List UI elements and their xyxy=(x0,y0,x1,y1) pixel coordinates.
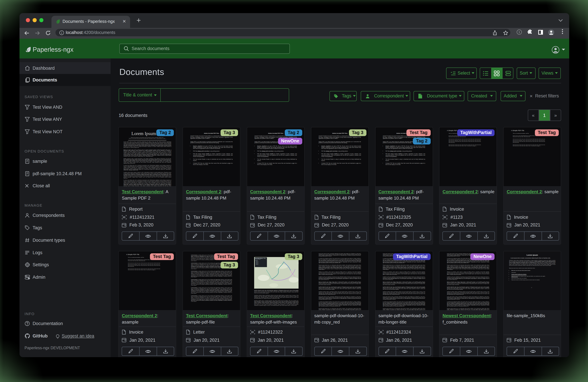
svg-text:1: 1 xyxy=(518,31,520,33)
